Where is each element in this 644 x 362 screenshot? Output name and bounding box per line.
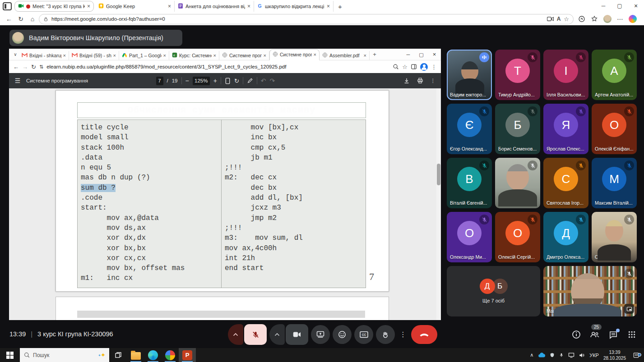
participant-tile[interactable]: ССвятослав Ігор... [543,158,588,208]
tab-close-icon[interactable]: × [364,53,366,58]
tab-close-icon[interactable]: × [87,3,90,9]
tab-close-icon[interactable]: × [327,3,330,9]
participant-tile[interactable]: ООлексій Єпіфан... [592,104,637,154]
reload-icon[interactable]: ↻ [15,15,26,23]
favorite-star-icon[interactable]: ☆ [564,16,569,23]
camera-options-button[interactable] [269,324,285,345]
tab-close-icon[interactable]: × [113,53,116,58]
browser-tab[interactable]: Gшкарупило відкрита лекція огол× [254,1,334,12]
participant-tile[interactable]: ББорис Семенов... [495,104,540,154]
participant-tile[interactable]: ЯЯрослав Олекс... [543,104,588,154]
read-aloud-icon[interactable]: A [557,16,561,22]
more-options-button[interactable]: ⋮ [398,325,408,344]
explorer-taskbar-icon[interactable] [127,348,144,362]
people-icon[interactable]: 25 [590,330,600,339]
camera-permission-icon[interactable] [547,16,554,22]
home-icon[interactable]: ⌂ [27,15,38,23]
site-settings-icon[interactable]: ⇅ [39,64,43,70]
scrollbar-thumb[interactable] [437,164,440,185]
shared-url-text[interactable]: elearn.nubip.edu.ua/pluginfile.php/88587… [46,64,389,69]
side-panel-icon[interactable] [411,64,417,70]
participant-tile[interactable]: ААртем Анатолій... [592,50,637,100]
redo-icon[interactable]: ↷ [270,77,275,84]
powerpoint-taskbar-icon[interactable]: P [179,348,196,362]
participant-tile[interactable]: Олена Володи... [592,212,637,262]
participant-tile[interactable]: Максим Дмитрович Місюра [543,266,637,316]
pdf-zoom-level[interactable]: 125% [193,77,210,85]
new-tab-button[interactable]: + [334,3,347,10]
shared-browser-tab[interactable]: Assembler.pdf× [320,51,370,60]
shared-browser-tab[interactable]: Вхідні (59) - shkarup× [69,51,119,60]
tab-close-icon[interactable]: × [163,53,166,58]
task-view-button[interactable] [109,348,127,362]
browser-tab[interactable]: Анкета для оцінювання відкрит× [175,1,254,12]
mic-options-button[interactable] [228,324,243,345]
back-icon[interactable]: ← [4,15,14,23]
shared-bookmark-icon[interactable]: ☆ [402,64,408,70]
shared-close-button[interactable]: × [428,49,441,60]
shared-browser-tab[interactable]: eКурс: Системне про× [169,51,219,60]
end-call-button[interactable] [411,325,437,344]
search-highlights-icon[interactable]: ✦ [101,352,106,358]
volume-icon[interactable] [579,353,585,358]
pdf-content-area[interactable]: Обчислення суми елементів масиву title c… [9,88,441,320]
browser-essentials-icon[interactable] [578,15,585,23]
pdf-scrollbar[interactable] [436,88,441,320]
captions-button[interactable]: CC [354,325,373,344]
shared-menu-icon[interactable]: ⋮ [431,64,437,70]
participant-tile[interactable]: ІІлля Васильови... [543,50,588,100]
browser-tab[interactable]: Google Keep× [95,1,175,12]
taskbar-clock[interactable]: 13:39 28.10.2025 [603,349,626,361]
camera-button[interactable] [286,324,308,345]
rotate-icon[interactable]: ↻ [234,78,239,84]
tab-close-icon[interactable]: × [168,3,171,9]
zoom-out-button[interactable]: − [185,77,189,84]
window-close-button[interactable]: × [628,0,644,13]
mic-off-button[interactable] [244,324,267,345]
download-icon[interactable] [403,78,410,84]
shared-browser-tab[interactable]: Системне програм× [269,49,320,60]
tab-close-icon[interactable]: × [314,52,316,57]
browser-menu-icon[interactable]: ⋯ [617,15,623,23]
participant-tile[interactable]: ВВіталій Євгеній... [447,158,492,208]
pdf-menu-icon[interactable]: ☰ [9,77,26,84]
shared-back-icon[interactable]: ← [13,64,19,70]
participant-tile[interactable]: ЄЄгор Олександ... [447,104,492,154]
participant-tile[interactable]: ММаксим Віталій... [592,158,637,208]
pdf-more-icon[interactable]: ⋮ [431,78,436,84]
zoom-in-button[interactable]: + [213,77,217,84]
chat-icon[interactable] [608,330,618,339]
meeting-details-icon[interactable] [571,330,581,339]
participant-tile[interactable]: ДДмитро Олекса... [543,212,588,262]
start-button[interactable] [0,348,20,362]
tab-close-icon[interactable]: × [264,53,266,58]
shared-browser-tab[interactable]: Вхідні - shkarupylo.v× [19,51,69,60]
activities-icon[interactable] [627,330,637,339]
overflow-participants-tile[interactable]: ДБЩе 7 осіб [447,266,540,316]
profile-avatar[interactable] [603,15,612,23]
tray-mic-icon[interactable] [559,352,564,358]
fit-page-icon[interactable] [225,78,231,84]
pdf-page-input[interactable]: 7 [156,77,163,85]
shared-minimize-button[interactable]: ─ [402,49,415,60]
display-icon[interactable] [568,353,575,358]
address-bar[interactable]: https://meet.google.com/udo-orxi-fqb?aut… [39,14,574,24]
participant-tile[interactable]: Володимир Вал... [495,158,540,208]
annotate-icon[interactable] [247,78,253,84]
zoom-indicator-icon[interactable] [393,64,399,70]
security-icon[interactable] [550,352,555,358]
onedrive-icon[interactable] [538,353,545,357]
shared-maximize-button[interactable]: ▢ [415,49,428,60]
tray-expand-icon[interactable]: ∧ [530,352,533,358]
shared-reload-icon[interactable]: ↻ [31,64,36,70]
shared-profile-avatar[interactable] [420,63,428,71]
shared-new-tab-button[interactable]: + [370,51,380,58]
tab-close-icon[interactable]: × [247,3,250,9]
browser-tab[interactable]: Meet: "3 курс КІ група КІ-23× [14,1,94,12]
vertical-tabs-icon[interactable] [3,2,12,10]
taskbar-search[interactable]: Пошук ✦ [20,348,109,362]
print-icon[interactable] [417,78,423,84]
tab-search-icon[interactable]: ∨ [12,52,19,57]
window-maximize-button[interactable]: ▢ [612,0,628,13]
participant-tile[interactable]: ООлександр Ми... [447,212,492,262]
